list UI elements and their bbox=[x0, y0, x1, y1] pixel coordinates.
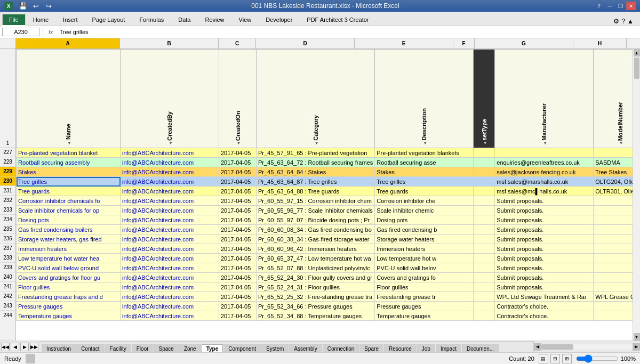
row-num-1[interactable]: 1 bbox=[0, 49, 15, 148]
cell-a229[interactable]: Stakes bbox=[17, 167, 121, 177]
row-num-240[interactable]: 240 bbox=[0, 272, 15, 282]
cell-a230[interactable]: Tree grilles bbox=[17, 177, 121, 187]
cell-f243[interactable] bbox=[474, 302, 495, 311]
normal-view-button[interactable]: ▤ bbox=[539, 354, 548, 363]
cell-g233[interactable]: Submit proposals. bbox=[495, 206, 594, 215]
category-filter-arrow[interactable]: ▼ bbox=[315, 141, 319, 145]
cell-c234[interactable]: 2017-04-05 bbox=[219, 215, 257, 225]
cell-b229[interactable]: info@ABCArchitecture.com bbox=[121, 167, 219, 177]
cell-d241[interactable]: Pr_65_52_24_31 : Floor gullies bbox=[257, 282, 375, 292]
sheet-prev-button[interactable]: ◀ bbox=[11, 343, 19, 351]
cell-reference-input[interactable]: A230 bbox=[2, 28, 39, 36]
cell-d232[interactable]: Pr_60_55_97_15 : Corrosion inhibitor che… bbox=[257, 196, 375, 206]
cell-f244[interactable] bbox=[474, 311, 495, 321]
page-layout-button[interactable]: ⊟ bbox=[550, 354, 560, 363]
cell-d239[interactable]: Pr_65_52_07_88 : Unplasticized polyvinyl… bbox=[257, 263, 375, 273]
cell-e233[interactable]: Scale inhibitor chemic bbox=[375, 206, 474, 215]
cell-e234[interactable]: Dosing pots bbox=[375, 215, 474, 225]
cell-g228[interactable]: enquiries@greenleaftrees.co.uk bbox=[495, 158, 594, 167]
cell-e235[interactable]: Gas fired condensing b bbox=[375, 225, 474, 234]
cell-d231[interactable]: Pr_45_63_64_88 : Tree guards bbox=[257, 187, 375, 196]
scroll-right-button[interactable]: ▶ bbox=[633, 343, 640, 351]
sheet-tab-resource[interactable]: Resource bbox=[384, 344, 417, 353]
cell-b242[interactable]: info@ABCArchitecture.com bbox=[121, 292, 219, 302]
cell-b231[interactable]: info@ABCArchitecture.com bbox=[121, 187, 219, 196]
scroll-left-button[interactable]: ◀ bbox=[534, 343, 541, 351]
description-filter-arrow[interactable]: ▼ bbox=[423, 141, 427, 145]
row-num-227[interactable]: 227 bbox=[0, 148, 15, 157]
scroll-down-button[interactable]: ▼ bbox=[634, 333, 640, 341]
row-num-236[interactable]: 236 bbox=[0, 234, 15, 244]
cell-g238[interactable]: Submit proposals. bbox=[495, 254, 594, 263]
cell-a232[interactable]: Corrosion inhibitor chemicals fo bbox=[17, 196, 121, 206]
vertical-scrollbar[interactable]: ▲ ▼ bbox=[633, 49, 640, 341]
modelnumber-filter-arrow[interactable]: ▼ bbox=[619, 141, 623, 145]
cell-h230[interactable]: OLTG204, Olle bbox=[594, 177, 633, 187]
createdon-filter-arrow[interactable]: ▼ bbox=[237, 141, 241, 145]
cell-g232[interactable]: Submit proposals. bbox=[495, 196, 594, 206]
cell-e244[interactable]: Temperature gauges bbox=[375, 311, 474, 321]
help-button[interactable]: ? bbox=[594, 2, 604, 10]
options-icon[interactable]: ⚙ bbox=[613, 18, 619, 25]
cell-h242[interactable]: WPL Grease C bbox=[594, 292, 633, 302]
minimize-button[interactable]: ─ bbox=[605, 2, 614, 10]
cell-e227[interactable]: Pre-planted vegetation blankets bbox=[375, 148, 474, 158]
horizontal-scrollbar[interactable]: ◀ ▶ bbox=[533, 341, 640, 352]
tab-insert[interactable]: Insert bbox=[56, 14, 85, 25]
cell-a237[interactable]: Immersion heaters bbox=[17, 244, 121, 254]
cell-h239[interactable] bbox=[594, 263, 633, 273]
cell-g230[interactable]: msf.sales@marshalls.co.uk bbox=[495, 177, 594, 187]
cell-d233[interactable]: Pr_60_55_96_77 : Scale inhibitor chemica… bbox=[257, 206, 375, 215]
cell-c240[interactable]: 2017-04-05 bbox=[219, 273, 257, 282]
cell-b235[interactable]: info@ABCArchitecture.com bbox=[121, 225, 219, 234]
cell-b237[interactable]: info@ABCArchitecture.com bbox=[121, 244, 219, 254]
scroll-up-button[interactable]: ▲ bbox=[634, 49, 640, 56]
cell-g237[interactable]: Submit proposals. bbox=[495, 244, 594, 254]
cell-g227[interactable] bbox=[495, 148, 594, 158]
cell-e230[interactable]: Tree grilles bbox=[375, 177, 474, 187]
row-num-239[interactable]: 239 bbox=[0, 263, 15, 272]
cell-d244[interactable]: Pr_65_52_34_88 : Temperature gauges bbox=[257, 311, 375, 321]
close-button[interactable]: ✕ bbox=[626, 2, 636, 10]
cell-a242[interactable]: Freestanding grease traps and d bbox=[17, 292, 121, 302]
cell-b233[interactable]: info@ABCArchitecture.com bbox=[121, 206, 219, 215]
cell-a234[interactable]: Dosing pots bbox=[17, 215, 121, 225]
cell-g239[interactable]: Submit proposals. bbox=[495, 263, 594, 273]
row-num-244[interactable]: 244 bbox=[0, 311, 15, 320]
cell-g236[interactable]: Submit proposals. bbox=[495, 234, 594, 244]
cell-f231[interactable] bbox=[474, 187, 495, 196]
cell-c229[interactable]: 2017-04-05 bbox=[219, 167, 257, 177]
cell-f237[interactable] bbox=[474, 244, 495, 254]
row-num-232[interactable]: 232 bbox=[0, 196, 15, 205]
sheet-tab-assembly[interactable]: Assembly bbox=[289, 344, 322, 353]
tab-view[interactable]: View bbox=[232, 14, 259, 25]
sheet-tab-contact[interactable]: Contact bbox=[76, 344, 104, 353]
cell-d243[interactable]: Pr_65_52_34_66 : Pressure gauges bbox=[257, 302, 375, 311]
cell-a244[interactable]: Temperature gauges bbox=[17, 311, 121, 321]
cell-c239[interactable]: 2017-04-05 bbox=[219, 263, 257, 273]
row-num-241[interactable]: 241 bbox=[0, 282, 15, 292]
col-header-d[interactable]: D bbox=[256, 38, 355, 48]
cell-b230[interactable]: info@ABCArchitecture.com bbox=[121, 177, 219, 187]
cell-c232[interactable]: 2017-04-05 bbox=[219, 196, 257, 206]
cell-f227[interactable] bbox=[474, 148, 495, 158]
cell-h238[interactable] bbox=[594, 254, 633, 263]
sheet-tab-job[interactable]: Job bbox=[417, 344, 435, 353]
hscroll-thumb[interactable] bbox=[541, 344, 573, 350]
col-header-c[interactable]: C bbox=[219, 38, 256, 48]
cell-a235[interactable]: Gas fired condensing boilers bbox=[17, 225, 121, 234]
sheet-first-button[interactable]: ◀◀ bbox=[1, 343, 10, 351]
cell-g242[interactable]: WPL Ltd Sewage Treatment & Rai bbox=[495, 292, 594, 302]
cell-e232[interactable]: Corrosion inhibitor che bbox=[375, 196, 474, 206]
cell-f229[interactable] bbox=[474, 167, 495, 177]
tab-home[interactable]: Home bbox=[26, 14, 55, 25]
cell-f239[interactable] bbox=[474, 263, 495, 273]
tab-file[interactable]: File bbox=[2, 14, 26, 26]
cell-c241[interactable]: 2017-04-05 bbox=[219, 282, 257, 292]
cell-b244[interactable]: info@ABCArchitecture.com bbox=[121, 311, 219, 321]
cell-h241[interactable] bbox=[594, 282, 633, 292]
collapse-ribbon-icon[interactable]: ▲ bbox=[627, 18, 634, 25]
cell-c237[interactable]: 2017-04-05 bbox=[219, 244, 257, 254]
cell-f241[interactable] bbox=[474, 282, 495, 292]
tab-formulas[interactable]: Formulas bbox=[132, 14, 171, 25]
